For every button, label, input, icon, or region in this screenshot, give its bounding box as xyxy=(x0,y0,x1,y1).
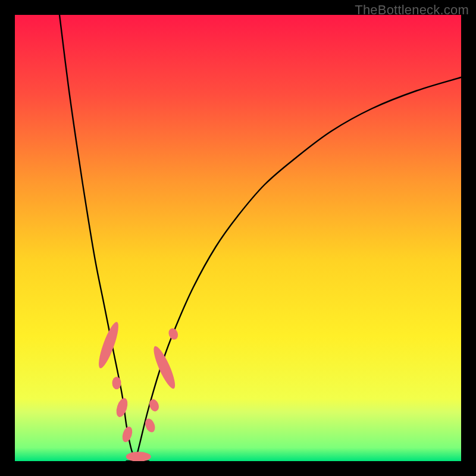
right-cluster-dot-b xyxy=(148,398,160,413)
series-right-curve xyxy=(136,77,462,461)
curve-layer xyxy=(60,15,461,461)
plot-area xyxy=(15,15,461,461)
floor-blob xyxy=(126,452,151,461)
watermark-text: TheBottleneck.com xyxy=(355,2,469,18)
chart-svg xyxy=(15,15,461,461)
right-cluster-dot-c xyxy=(167,327,180,341)
series-left-curve xyxy=(60,15,136,461)
left-cluster-dot-c xyxy=(121,425,134,443)
outer-frame: TheBottleneck.com xyxy=(0,0,476,476)
marker-layer xyxy=(95,320,180,461)
left-cluster-dot-b xyxy=(114,397,130,418)
left-cluster-dot-a xyxy=(112,377,121,389)
right-cluster-blob xyxy=(150,344,178,391)
